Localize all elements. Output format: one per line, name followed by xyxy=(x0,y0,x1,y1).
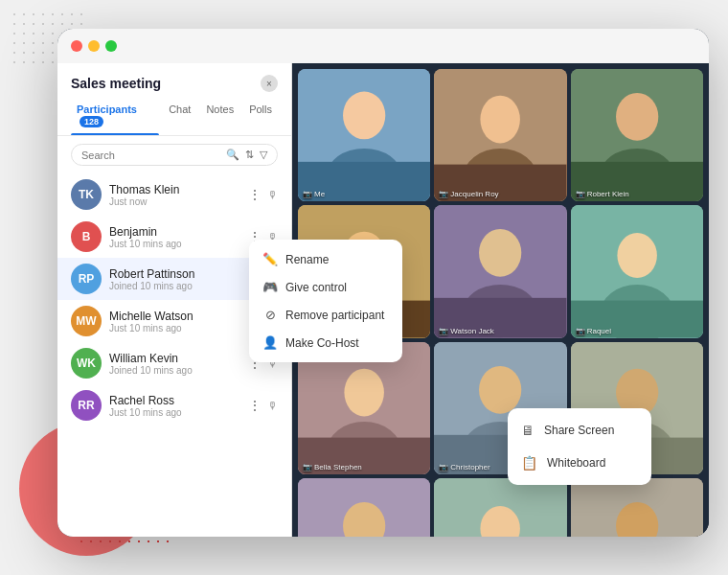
camera-icon: 📷 xyxy=(439,190,448,198)
browser-window: Sales meeting × Participants 128 Chat No… xyxy=(57,29,709,537)
participant-name: Robert Pattinson xyxy=(109,267,240,281)
avatar: WK xyxy=(71,348,102,379)
participant-status: Just now xyxy=(109,196,240,207)
search-icon: 🔍 xyxy=(226,149,239,161)
sidebar-tabs: Participants 128 Chat Notes Polls xyxy=(57,92,291,136)
browser-chrome xyxy=(57,29,709,63)
participant-name: Benjamin xyxy=(109,225,240,239)
search-input[interactable] xyxy=(81,150,220,161)
traffic-light-yellow[interactable] xyxy=(88,40,100,52)
camera-icon: 📷 xyxy=(576,327,585,335)
video-label: 📷 Jacquelin Roy xyxy=(439,190,498,198)
share-screen-button[interactable]: 🖥 Share Screen xyxy=(508,414,651,447)
participant-actions: ⋮ 🎙 xyxy=(248,187,278,202)
sort-icon[interactable]: ⇅ xyxy=(245,149,254,161)
traffic-light-red[interactable] xyxy=(71,40,82,52)
ctx-cohost[interactable]: 👤 Make Co-Host xyxy=(249,329,402,356)
tab-chat[interactable]: Chat xyxy=(163,100,196,135)
cohost-icon: 👤 xyxy=(262,335,278,350)
camera-icon: 📷 xyxy=(303,463,312,472)
participant-info: Robert Pattinson Joined 10 mins ago xyxy=(109,267,240,291)
svg-point-21 xyxy=(617,233,656,278)
meeting-title: Sales meeting xyxy=(71,76,161,91)
mic-icon[interactable]: 🎙 xyxy=(267,400,278,411)
camera-icon: 📷 xyxy=(576,190,585,198)
participant-name: Thomas Klein xyxy=(109,183,240,196)
mic-icon[interactable]: 🎙 xyxy=(267,189,278,200)
whiteboard-icon: 📋 xyxy=(521,455,537,471)
svg-point-5 xyxy=(481,96,520,144)
video-cell: 📷 Peter xyxy=(571,478,703,537)
ctx-give-control[interactable]: 🎮 Give control xyxy=(249,273,402,301)
participant-status: Just 10 mins ago xyxy=(109,407,240,418)
video-cell: 📷 Watson Jack xyxy=(434,205,566,337)
video-cell: 📷 Robert Klein xyxy=(571,69,703,201)
camera-icon: 📷 xyxy=(439,327,448,335)
participant-name: Rachel Ross xyxy=(109,394,240,407)
traffic-light-green[interactable] xyxy=(105,40,117,52)
svg-point-1 xyxy=(343,92,385,140)
more-options-icon[interactable]: ⋮ xyxy=(248,398,262,413)
video-label: 📷 Watson Jack xyxy=(439,327,494,335)
video-cell: 📷 Benjamin xyxy=(298,478,430,537)
tab-participants[interactable]: Participants 128 xyxy=(71,100,159,135)
participant-info: William Kevin Joined 10 mins ago xyxy=(109,352,240,376)
filter-icon[interactable]: ▽ xyxy=(260,149,267,161)
video-label: 📷 Raquel xyxy=(576,327,611,335)
svg-point-29 xyxy=(479,366,521,414)
whiteboard-button[interactable]: 📋 Whiteboard xyxy=(508,447,651,479)
svg-point-9 xyxy=(616,93,658,141)
video-cell: 📷 Janice Chandler xyxy=(434,478,566,537)
participant-name: Michelle Watson xyxy=(109,310,240,323)
svg-point-17 xyxy=(479,229,521,277)
content-area: Sales meeting × Participants 128 Chat No… xyxy=(57,63,709,537)
video-cell: 📷 Raquel xyxy=(571,205,703,337)
avatar: RP xyxy=(71,264,102,294)
video-label: 📷 Me xyxy=(303,190,325,198)
avatar: TK xyxy=(71,179,102,210)
context-menu: ✏️ Rename 🎮 Give control ⊘ Remove partic… xyxy=(249,240,402,362)
filter-icons: ⇅ ▽ xyxy=(245,149,267,161)
participant-info: Benjamin Just 10 mins ago xyxy=(109,225,240,249)
remove-icon: ⊘ xyxy=(262,308,278,322)
participant-info: Thomas Klein Just now xyxy=(109,183,240,207)
camera-icon: 📷 xyxy=(439,463,448,472)
control-icon: 🎮 xyxy=(262,280,278,294)
participants-badge: 128 xyxy=(80,116,103,127)
participant-status: Joined 10 mins ago xyxy=(109,281,240,291)
more-options-icon[interactable]: ⋮ xyxy=(248,187,262,202)
camera-icon: 📷 xyxy=(303,190,312,198)
tab-polls[interactable]: Polls xyxy=(243,100,278,135)
participant-item[interactable]: TK Thomas Klein Just now ⋮ 🎙 xyxy=(57,173,291,216)
ctx-rename[interactable]: ✏️ Rename xyxy=(249,245,402,273)
participant-info: Michelle Watson Just 10 mins ago xyxy=(109,310,240,334)
participant-status: Just 10 mins ago xyxy=(109,323,240,334)
close-button[interactable]: × xyxy=(261,75,278,92)
participant-status: Joined 10 mins ago xyxy=(109,365,240,376)
video-cell: 📷 Jacquelin Roy xyxy=(434,69,566,201)
svg-point-25 xyxy=(344,368,383,416)
sidebar-header: Sales meeting × xyxy=(57,63,291,92)
rename-icon: ✏️ xyxy=(262,252,278,266)
avatar: RR xyxy=(71,390,102,421)
participant-actions: ⋮ 🎙 xyxy=(248,398,278,413)
participant-item[interactable]: RR Rachel Ross Just 10 mins ago ⋮ 🎙 xyxy=(57,384,291,426)
video-label: 📷 Bella Stephen xyxy=(303,463,362,472)
avatar: B xyxy=(71,221,102,252)
share-screen-popup: 🖥 Share Screen 📋 Whiteboard xyxy=(508,408,651,485)
video-label: 📷 Christopher xyxy=(439,463,489,472)
ctx-remove[interactable]: ⊘ Remove participant xyxy=(249,301,402,329)
search-bar: 🔍 ⇅ ▽ xyxy=(71,144,278,166)
participant-status: Just 10 mins ago xyxy=(109,239,240,249)
avatar: MW xyxy=(71,306,102,336)
tab-notes[interactable]: Notes xyxy=(200,100,239,135)
share-screen-icon: 🖥 xyxy=(521,423,535,438)
participant-name: William Kevin xyxy=(109,352,240,365)
participant-info: Rachel Ross Just 10 mins ago xyxy=(109,394,240,418)
video-label: 📷 Robert Klein xyxy=(576,190,629,198)
video-cell: 📷 Me xyxy=(298,69,430,201)
